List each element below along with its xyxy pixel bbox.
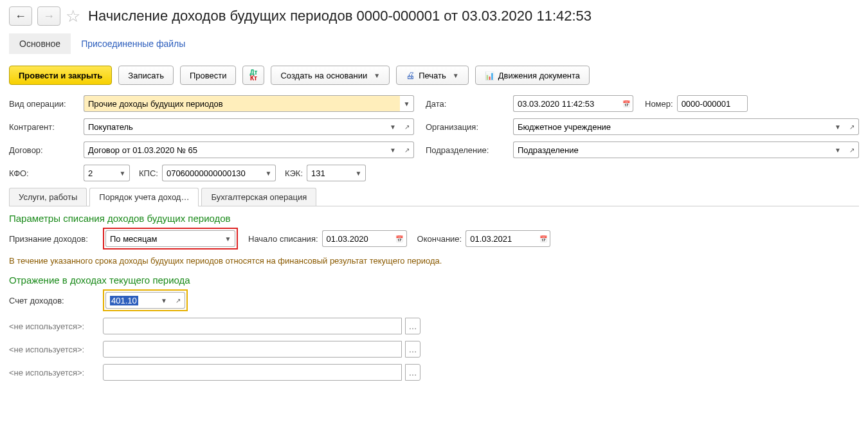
start-writeoff-calendar[interactable]: 📅 — [393, 230, 407, 247]
back-button[interactable]: ← — [9, 6, 32, 26]
contract-open-button[interactable]: ↗ — [400, 141, 414, 158]
dt-kt-button[interactable]: ДтКт — [242, 66, 264, 85]
tab-main[interactable]: Основное — [9, 33, 71, 54]
organization-dropdown[interactable]: ▼ — [831, 118, 845, 135]
kek-label: КЭК: — [285, 168, 303, 178]
counterparty-dropdown[interactable]: ▼ — [386, 118, 400, 135]
writeoff-params-title: Параметры списания доходов будущих перио… — [9, 213, 859, 224]
end-writeoff-calendar[interactable]: 📅 — [536, 230, 550, 247]
recognition-label: Признание доходов: — [9, 234, 99, 244]
start-writeoff-label: Начало списания: — [248, 234, 318, 244]
save-button[interactable]: Записать — [118, 66, 174, 85]
income-account-selection: 401.10 — [110, 296, 138, 305]
department-input[interactable] — [513, 141, 831, 158]
income-account-open-button[interactable]: ↗ — [171, 292, 185, 309]
department-open-button[interactable]: ↗ — [845, 141, 859, 158]
organization-input[interactable] — [513, 118, 831, 135]
dropdown-caret-icon: ▼ — [453, 72, 459, 79]
tab-accounting-operation[interactable]: Бухгалтерская операция — [201, 188, 316, 206]
income-account-input[interactable]: 401.10 — [105, 292, 157, 309]
counterparty-label: Контрагент: — [9, 122, 80, 132]
unused-1-ellipsis[interactable]: … — [405, 318, 420, 334]
forward-button[interactable]: → — [37, 6, 60, 26]
recognition-highlight: ▼ — [103, 228, 238, 250]
unused-2-ellipsis[interactable]: … — [405, 341, 420, 358]
date-picker-button[interactable]: 📅 — [619, 95, 633, 112]
operation-type-dropdown[interactable]: ▼ — [400, 95, 414, 112]
start-writeoff-input[interactable] — [322, 230, 393, 247]
unused-2-label: <не используется>: — [9, 345, 99, 354]
unused-3-ellipsis[interactable]: … — [405, 364, 420, 381]
end-writeoff-label: Окончание: — [417, 234, 462, 244]
department-label: Подразделение: — [426, 145, 509, 155]
end-writeoff-input[interactable] — [466, 230, 536, 247]
recognition-input[interactable] — [105, 230, 221, 247]
unused-3-input[interactable] — [103, 364, 402, 381]
writeoff-hint: В течение указанного срока доходы будущи… — [9, 256, 859, 266]
printer-icon — [406, 70, 415, 80]
income-account-highlight: 401.10 ▼ ↗ — [103, 289, 188, 311]
organization-label: Организация: — [426, 122, 509, 132]
department-dropdown[interactable]: ▼ — [831, 141, 845, 158]
dt-kt-icon: ДтКт — [249, 69, 257, 81]
number-label: Номер: — [645, 99, 673, 109]
income-account-label: Счет доходов: — [9, 296, 99, 305]
counterparty-input[interactable] — [84, 118, 386, 135]
unused-1-input[interactable] — [103, 318, 402, 334]
organization-open-button[interactable]: ↗ — [845, 118, 859, 135]
unused-2-input[interactable] — [103, 341, 402, 358]
unused-1-label: <не используется>: — [9, 322, 99, 331]
movements-label: Движения документа — [498, 71, 580, 80]
create-based-on-label: Создать на основании — [280, 71, 367, 80]
income-account-dropdown[interactable]: ▼ — [157, 292, 171, 309]
date-input[interactable] — [513, 95, 619, 112]
operation-type-input[interactable] — [84, 95, 400, 112]
kps-input[interactable] — [162, 165, 262, 181]
chart-icon — [485, 71, 494, 80]
current-income-title: Отражение в доходах текущего периода — [9, 275, 859, 286]
kps-label: КПС: — [139, 168, 158, 178]
counterparty-open-button[interactable]: ↗ — [400, 118, 414, 135]
tab-attached-files[interactable]: Присоединенные файлы — [71, 33, 195, 54]
recognition-dropdown[interactable]: ▼ — [221, 230, 235, 247]
page-title: Начисление доходов будущих периодов 0000… — [88, 8, 592, 24]
dropdown-caret-icon: ▼ — [374, 72, 380, 79]
print-label: Печать — [419, 71, 446, 80]
favorite-star-icon[interactable]: ☆ — [66, 8, 80, 24]
kfo-input[interactable] — [84, 165, 116, 181]
contract-input[interactable] — [84, 141, 386, 158]
create-based-on-button[interactable]: Создать на основании▼ — [271, 66, 390, 85]
date-label: Дата: — [426, 99, 509, 109]
post-and-close-button[interactable]: Провести и закрыть — [9, 66, 112, 85]
print-button[interactable]: Печать▼ — [396, 66, 469, 85]
kek-dropdown[interactable]: ▼ — [352, 165, 366, 181]
kfo-label: КФО: — [9, 168, 80, 178]
contract-label: Договор: — [9, 145, 80, 155]
operation-type-label: Вид операции: — [9, 99, 80, 109]
tab-income-order[interactable]: Порядок учета доход… — [89, 188, 199, 206]
kek-input[interactable] — [307, 165, 352, 181]
tab-services[interactable]: Услуги, работы — [9, 188, 87, 206]
unused-3-label: <не используется>: — [9, 368, 99, 377]
post-button[interactable]: Провести — [180, 66, 237, 85]
number-input[interactable] — [677, 95, 748, 112]
kfo-dropdown[interactable]: ▼ — [116, 165, 130, 181]
document-movements-button[interactable]: Движения документа — [475, 66, 590, 85]
contract-dropdown[interactable]: ▼ — [386, 141, 400, 158]
kps-dropdown[interactable]: ▼ — [262, 165, 276, 181]
